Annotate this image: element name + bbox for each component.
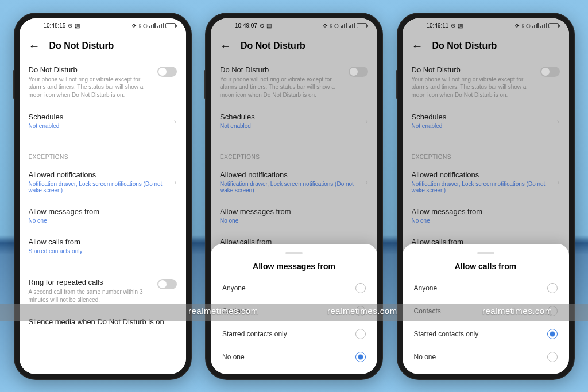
dnd-toggle[interactable] xyxy=(157,67,177,77)
option-label: Anyone xyxy=(222,284,246,292)
divider xyxy=(403,141,569,141)
radio-checked-icon xyxy=(547,329,558,339)
status-time: 10:49:11 xyxy=(427,22,449,29)
allow-calls-title: Allow calls from xyxy=(29,238,177,246)
option-noone[interactable]: No one xyxy=(211,346,377,368)
chevron-right-icon: › xyxy=(557,117,560,126)
chevron-right-icon: › xyxy=(557,177,560,187)
allow-msg-title: Allow messages from xyxy=(220,207,368,216)
back-arrow-icon[interactable]: ← xyxy=(220,40,231,52)
dnd-toggle-row[interactable]: Do Not Disturb Your phone will not ring … xyxy=(220,59,368,106)
battery-icon xyxy=(165,23,176,28)
allowed-notif-value: Notification drawer, Lock screen notific… xyxy=(220,181,368,193)
dnd-desc: Your phone will not ring or vibrate exce… xyxy=(412,76,560,99)
allow-msg-row[interactable]: Allow messages from No one xyxy=(220,200,368,231)
allowed-notif-row[interactable]: Allowed notifications Notification drawe… xyxy=(29,164,177,200)
screen: 10:49:11 ⊙ ▧ ⟳ ᛒ ⬡ ← Do Not Disturb Do N… xyxy=(403,18,569,374)
dnd-title: Do Not Disturb xyxy=(220,65,368,74)
page-title: Do Not Disturb xyxy=(49,41,114,51)
signal-icon xyxy=(341,23,347,28)
dnd-toggle-row[interactable]: Do Not Disturb Your phone will not ring … xyxy=(29,59,177,106)
dnd-title: Do Not Disturb xyxy=(412,65,560,74)
allowed-notif-row[interactable]: Allowed notifications Notification drawe… xyxy=(220,164,368,200)
status-time: 10:48:15 xyxy=(44,22,66,29)
exceptions-header: EXCEPTIONS xyxy=(412,146,560,164)
chevron-right-icon: › xyxy=(365,117,368,126)
schedules-row[interactable]: Schedules Not enabled › xyxy=(220,106,368,136)
whatsapp-icon: ⊙ xyxy=(260,22,264,29)
radio-icon xyxy=(547,306,558,316)
bluetooth-icon: ᛒ xyxy=(138,23,141,29)
allow-msg-value: No one xyxy=(220,218,368,224)
chevron-right-icon: › xyxy=(365,177,368,187)
battery-icon xyxy=(548,23,559,28)
page-header: ← Do Not Disturb xyxy=(403,33,569,59)
schedules-row[interactable]: Schedules Not enabled › xyxy=(29,106,177,136)
back-arrow-icon[interactable]: ← xyxy=(29,40,40,52)
bottom-sheet-calls: Allow calls from Anyone Contacts Starred… xyxy=(403,244,569,374)
sync-icon: ⟳ xyxy=(132,23,137,29)
divider xyxy=(29,337,177,337)
option-label: Starred contacts only xyxy=(414,330,479,338)
dnd-toggle[interactable] xyxy=(540,67,560,77)
radio-icon xyxy=(355,306,366,316)
ring-repeated-row[interactable]: Ring for repeated calls A second call fr… xyxy=(29,271,177,311)
option-label: Contacts xyxy=(222,307,249,315)
option-contacts[interactable]: Contacts xyxy=(403,300,569,323)
allowed-notif-row[interactable]: Allowed notifications Notification drawe… xyxy=(412,164,560,200)
allow-msg-row[interactable]: Allow messages from No one xyxy=(29,200,177,231)
allow-msg-title: Allow messages from xyxy=(29,207,177,216)
phone-3: 10:49:11 ⊙ ▧ ⟳ ᛒ ⬡ ← Do Not Disturb Do N… xyxy=(397,13,575,380)
dnd-desc: Your phone will not ring or vibrate exce… xyxy=(220,76,368,99)
back-arrow-icon[interactable]: ← xyxy=(412,40,423,52)
link-icon: ▧ xyxy=(75,22,80,29)
ring-repeated-toggle[interactable] xyxy=(157,279,177,289)
option-noone[interactable]: No one xyxy=(403,346,569,368)
status-bar: 10:49:07 ⊙ ▧ ⟳ ᛒ ⬡ xyxy=(211,18,377,33)
dnd-toggle[interactable] xyxy=(349,67,368,77)
sheet-title: Allow messages from xyxy=(211,259,377,277)
allowed-notif-title: Allowed notifications xyxy=(29,170,177,179)
wifi-icon: ⬡ xyxy=(143,23,148,29)
divider xyxy=(20,141,186,141)
link-icon: ▧ xyxy=(458,22,463,29)
schedules-row[interactable]: Schedules Not enabled › xyxy=(412,106,560,136)
silence-media-row[interactable]: Silence media when Do Not Disturb is on xyxy=(29,311,177,335)
signal-icon-2 xyxy=(349,23,355,28)
signal-icon-2 xyxy=(540,23,547,28)
option-starred[interactable]: Starred contacts only xyxy=(403,323,569,346)
bluetooth-icon: ᛒ xyxy=(330,23,332,29)
screen: 10:48:15 ⊙ ▧ ⟳ ᛒ ⬡ ← Do Not Disturb Do N… xyxy=(20,18,186,374)
status-bar: 10:48:15 ⊙ ▧ ⟳ ᛒ ⬡ xyxy=(20,18,186,33)
sheet-handle[interactable] xyxy=(477,252,494,254)
silence-media-title: Silence media when Do Not Disturb is on xyxy=(29,317,177,326)
dnd-toggle-row[interactable]: Do Not Disturb Your phone will not ring … xyxy=(412,59,560,106)
exceptions-header: EXCEPTIONS xyxy=(29,146,177,164)
schedules-value: Not enabled xyxy=(29,123,177,129)
option-contacts[interactable]: Contacts xyxy=(211,300,377,323)
option-anyone[interactable]: Anyone xyxy=(211,277,377,300)
wifi-icon: ⬡ xyxy=(526,23,531,29)
option-anyone[interactable]: Anyone xyxy=(403,277,569,300)
whatsapp-icon: ⊙ xyxy=(451,22,455,29)
allowed-notif-title: Allowed notifications xyxy=(412,170,560,179)
bluetooth-icon: ᛒ xyxy=(521,23,524,29)
exceptions-header: EXCEPTIONS xyxy=(220,146,368,164)
allowed-notif-title: Allowed notifications xyxy=(220,170,368,179)
allowed-notif-value: Notification drawer, Lock screen notific… xyxy=(412,181,560,193)
allowed-notif-value: Notification drawer, Lock screen notific… xyxy=(29,181,177,193)
radio-icon xyxy=(355,329,366,339)
option-label: Starred contacts only xyxy=(222,330,287,338)
page-header: ← Do Not Disturb xyxy=(20,33,186,59)
signal-icon-2 xyxy=(157,23,164,28)
sheet-handle[interactable] xyxy=(285,252,303,254)
battery-icon xyxy=(357,23,367,28)
dnd-title: Do Not Disturb xyxy=(29,65,177,74)
page-title: Do Not Disturb xyxy=(432,41,497,51)
option-starred[interactable]: Starred contacts only xyxy=(211,323,377,346)
page-title: Do Not Disturb xyxy=(241,41,305,51)
option-label: No one xyxy=(222,353,245,361)
allow-calls-row[interactable]: Allow calls from Starred contacts only xyxy=(29,231,177,261)
allow-msg-row[interactable]: Allow messages from No one xyxy=(412,200,560,231)
signal-icon xyxy=(532,23,539,28)
